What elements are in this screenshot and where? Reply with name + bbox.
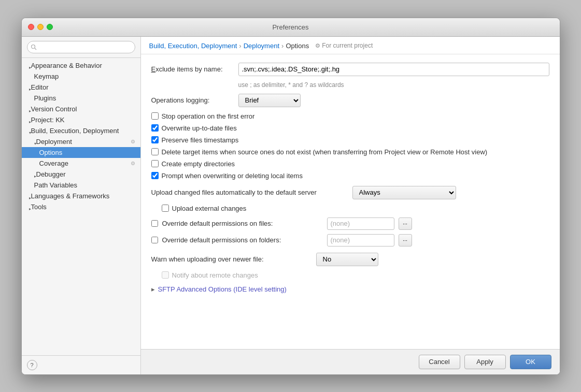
upload-changed-select[interactable]: Always On explicit save action Never [352,186,456,199]
upload-external-checkbox[interactable] [162,205,169,212]
sidebar-item-editor[interactable]: Editor [22,82,140,93]
breadcrumb: Build, Execution, Deployment › Deploymen… [141,37,560,54]
upload-changed-row: Upload changed files automatically to th… [151,186,549,199]
override-files-label: Override default permissions on files: [162,220,323,227]
window-title: Preferences [272,23,308,31]
apply-button[interactable]: Apply [464,355,506,369]
sidebar: Appearance & Behavior Keymap Editor Plug… [22,37,141,374]
prompt-overwriting-label: Prompt when overwriting or deleting loca… [162,172,303,180]
upload-changed-label: Upload changed files automatically to th… [151,188,348,196]
override-folders-row: Override default permissions on folders:… [151,234,549,246]
operations-logging-label: Operations logging: [151,96,234,104]
stop-first-error-checkbox[interactable] [151,112,159,120]
notify-remote-row: Notify about remote changes [151,271,549,279]
sftp-label: SFTP Advanced Options (IDE level setting… [158,285,287,293]
breadcrumb-options: Options [286,42,309,50]
override-files-input[interactable] [327,217,394,230]
traffic-lights [28,24,53,30]
overwrite-uptodate-label: Overwrite up-to-date files [162,124,237,132]
notify-remote-label: Notify about remote changes [172,271,258,279]
prompt-overwriting-row: Prompt when overwriting or deleting loca… [151,172,549,180]
exclude-row: Exclude items by name: [151,63,549,76]
sidebar-item-keymap[interactable]: Keymap [22,71,140,82]
override-folders-input[interactable] [327,234,394,246]
sidebar-item-deployment[interactable]: Deployment ⚙ [22,136,140,147]
exclude-input[interactable] [238,63,549,76]
operations-logging-select[interactable]: Brief Files All [238,94,301,107]
maximize-button[interactable] [47,24,53,30]
sidebar-item-build-exec[interactable]: Build, Execution, Deployment [22,125,140,136]
search-input[interactable] [27,41,135,53]
sftp-section[interactable]: ▸ SFTP Advanced Options (IDE level setti… [151,285,549,293]
overwrite-uptodate-checkbox[interactable] [151,124,159,132]
sidebar-item-plugins[interactable]: Plugins [22,93,140,104]
override-files-checkbox[interactable] [151,220,158,227]
override-folders-checkbox[interactable] [151,237,158,243]
sidebar-item-languages[interactable]: Languages & Frameworks [22,191,140,201]
main-content: Build, Execution, Deployment › Deploymen… [141,37,560,374]
minimize-button[interactable] [37,24,44,30]
delete-target-row: Delete target items when source ones do … [151,148,549,156]
sidebar-bottom: ? [22,355,140,374]
search-box[interactable] [22,37,140,58]
upload-external-label: Upload external changes [172,205,247,212]
settings-icon: ⚙ [131,139,135,144]
preserve-timestamps-checkbox[interactable] [151,136,159,143]
sidebar-item-tools[interactable]: Tools [22,201,140,212]
help-button[interactable]: ? [27,360,37,370]
sidebar-item-debugger[interactable]: Debugger [22,169,140,180]
warn-uploading-row: Warn when uploading over newer file: No … [151,253,549,266]
warn-uploading-select[interactable]: No Yes [316,253,378,266]
cancel-button[interactable]: Cancel [419,355,460,369]
ok-button[interactable]: OK [510,355,551,369]
stop-first-error-row: Stop operation on the first error [151,112,549,120]
sidebar-item-version-control[interactable]: Version Control [22,104,140,114]
preserve-timestamps-row: Preserve files timestamps [151,136,549,144]
delete-target-label: Delete target items when source ones do … [162,148,488,156]
sidebar-item-coverage[interactable]: Coverage ⚙ [22,158,140,169]
upload-external-row: Upload external changes [151,205,549,212]
nav-tree: Appearance & Behavior Keymap Editor Plug… [22,58,140,355]
override-files-browse-button[interactable]: ··· [399,217,412,230]
notify-remote-checkbox[interactable] [162,271,169,279]
warn-uploading-label: Warn when uploading over newer file: [151,255,312,263]
breadcrumb-build[interactable]: Build, Execution, Deployment [149,42,237,50]
operations-logging-row: Operations logging: Brief Files All [151,94,549,107]
titlebar: Preferences [22,18,560,37]
create-empty-dirs-checkbox[interactable] [151,160,159,167]
prompt-overwriting-checkbox[interactable] [151,172,159,179]
close-button[interactable] [28,24,34,30]
override-files-row: Override default permissions on files: ·… [151,217,549,230]
settings-icon: ⚙ [131,161,135,166]
override-folders-label: Override default permissions on folders: [162,236,323,244]
sidebar-item-path-variables[interactable]: Path Variables [22,180,140,191]
footer: Cancel Apply OK [141,349,560,374]
settings-panel: Exclude items by name: use ; as delimite… [141,54,560,349]
stop-first-error-label: Stop operation on the first error [162,112,255,120]
exclude-hint: use ; as delimiter, * and ? as wildcards [151,81,549,89]
breadcrumb-deployment[interactable]: Deployment [244,42,279,50]
chevron-right-icon: ▸ [151,285,155,293]
sidebar-item-options[interactable]: Options [22,147,140,158]
sidebar-item-project-kk[interactable]: Project: KK [22,114,140,125]
overwrite-uptodate-row: Overwrite up-to-date files [151,124,549,132]
create-empty-dirs-label: Create empty directories [162,160,235,168]
exclude-label: Exclude items by name: [151,65,234,73]
preserve-timestamps-label: Preserve files timestamps [162,136,239,144]
create-empty-dirs-row: Create empty directories [151,160,549,168]
project-scope-label: ⚙ For current project [315,42,373,49]
override-folders-browse-button[interactable]: ··· [399,234,412,246]
sidebar-item-appearance[interactable]: Appearance & Behavior [22,60,140,71]
delete-target-checkbox[interactable] [151,148,159,155]
